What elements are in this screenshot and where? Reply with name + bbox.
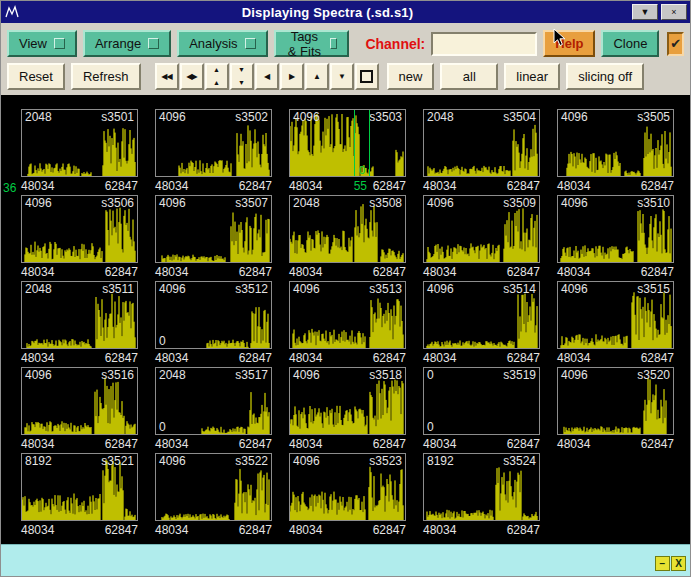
axis-min-label: 48034 <box>423 351 456 365</box>
nav-down-button[interactable]: ▼ <box>330 63 354 90</box>
app-window: Displaying Spectra (.sd.s1) ▼ × View Arr… <box>0 0 691 577</box>
spectrum-name-label: s3519 <box>503 368 536 382</box>
spectrum-plot-s3507[interactable]: 4096s3507 <box>155 195 272 263</box>
iconify-button[interactable]: ▼ <box>632 4 658 20</box>
marker-line[interactable] <box>369 110 370 176</box>
refresh-button[interactable]: Refresh <box>71 63 141 90</box>
analysis-menu-button[interactable]: Analysis <box>177 30 267 57</box>
marker-value-label: 0 <box>359 164 365 176</box>
marker-line[interactable] <box>354 110 355 176</box>
spectrum-size-label: 4096 <box>561 196 588 210</box>
spectrum-plot-s3508[interactable]: 2048s3508 <box>289 195 406 263</box>
spectrum-plot-s3514[interactable]: 4096s3514 <box>423 281 540 349</box>
spectrum-plot-s3520[interactable]: 4096s3520 <box>557 367 674 435</box>
channel-input[interactable] <box>431 32 537 56</box>
spectrum-plot-s3521[interactable]: 8192s3521 <box>21 453 138 521</box>
spectra-grid: 2048s350148034628474096s3502480346284740… <box>21 109 690 539</box>
spectrum-axis-labels: 4803462847 <box>21 263 138 281</box>
axis-min-label: 48034 <box>21 351 54 365</box>
spectrum-size-label: 4096 <box>293 368 320 382</box>
spectrum-size-label: 4096 <box>427 282 454 296</box>
nav-up-button[interactable]: ▲ <box>305 63 329 90</box>
marker-below-label: 55 <box>354 179 367 193</box>
spectrum-axis-labels: 4803462847 <box>289 435 406 453</box>
axis-max-label: 62847 <box>641 351 674 365</box>
spectrum-cell: 4096s35164803462847 <box>21 367 138 453</box>
spectrum-zero-label: 0 <box>159 334 166 348</box>
checkbox[interactable]: ✔ <box>667 32 684 56</box>
slicing-button[interactable]: slicing off <box>566 63 644 90</box>
spectrum-plot-s3506[interactable]: 4096s3506 <box>21 195 138 263</box>
reset-button[interactable]: Reset <box>7 63 65 90</box>
spectrum-name-label: s3524 <box>503 454 536 468</box>
clone-button[interactable]: Clone <box>601 30 659 57</box>
all-button[interactable]: all <box>440 63 498 90</box>
spectrum-size-label: 2048 <box>25 110 52 124</box>
spectrum-plot-s3509[interactable]: 4096s3509 <box>423 195 540 263</box>
nav-page-down-button[interactable]: ▼▼ <box>230 63 254 90</box>
spectrum-plot-s3502[interactable]: 4096s3502 <box>155 109 272 177</box>
help-button[interactable]: Help <box>543 30 595 57</box>
widget-close-button[interactable]: X <box>671 556 686 571</box>
nav-left-button[interactable]: ◀ <box>255 63 279 90</box>
spectrum-plot-s3505[interactable]: 4096s3505 <box>557 109 674 177</box>
spectrum-plot-s3517[interactable]: 2048s35170 <box>155 367 272 435</box>
spectrum-cell: 4096s35224803462847 <box>155 453 272 539</box>
spectrum-plot-s3523[interactable]: 4096s3523 <box>289 453 406 521</box>
tags-fits-menu-button[interactable]: Tags & Fits <box>274 30 350 57</box>
spectrum-size-label: 0 <box>427 368 434 382</box>
spectrum-axis-labels: 4803462847 <box>557 435 674 453</box>
spectrum-axis-labels: 4803462847 <box>289 349 406 367</box>
view-menu-button[interactable]: View <box>7 30 77 57</box>
window-menu-icon[interactable] <box>1 3 23 21</box>
spectrum-plot-s3511[interactable]: 2048s3511 <box>21 281 138 349</box>
spectrum-plot-s3512[interactable]: 4096s35120 <box>155 281 272 349</box>
axis-max-label: 62847 <box>373 523 406 537</box>
nav-skip-first-button[interactable]: ◀◀ <box>155 63 179 90</box>
spectrum-plot-s3501[interactable]: 2048s3501 <box>21 109 138 177</box>
spectrum-size-label: 4096 <box>25 196 52 210</box>
spectrum-plot-s3513[interactable]: 4096s3513 <box>289 281 406 349</box>
spectrum-plot-s3519[interactable]: 0s35190 <box>423 367 540 435</box>
axis-min-label: 48034 <box>289 265 322 279</box>
spectrum-cell: 4096s35094803462847 <box>423 195 540 281</box>
view-menu-label: View <box>19 36 47 51</box>
axis-min-label: 48034 <box>21 523 54 537</box>
spectrum-axis-labels: 4803462847 <box>21 521 138 539</box>
spectrum-plot-s3515[interactable]: 4096s3515 <box>557 281 674 349</box>
spectrum-plot-s3503[interactable]: 4096s35030 <box>289 109 406 177</box>
spectrum-plot-s3516[interactable]: 4096s3516 <box>21 367 138 435</box>
spectrum-cell: 4096s35074803462847 <box>155 195 272 281</box>
spectrum-plot-s3504[interactable]: 2048s3504 <box>423 109 540 177</box>
spectrum-plot-s3510[interactable]: 4096s3510 <box>557 195 674 263</box>
spectrum-plot-s3518[interactable]: 4096s3518 <box>289 367 406 435</box>
spectrum-plot-s3524[interactable]: 8192s3524 <box>423 453 540 521</box>
linear-button[interactable]: linear <box>504 63 560 90</box>
spectrum-axis-labels: 480346284755 <box>289 177 406 195</box>
axis-max-label: 62847 <box>373 351 406 365</box>
axis-min-label: 48034 <box>557 437 590 451</box>
arrange-menu-button[interactable]: Arrange <box>83 30 171 57</box>
nav-expand-button[interactable] <box>355 63 379 90</box>
spectrum-name-label: s3508 <box>369 196 402 210</box>
spectrum-cell: 2048s35084803462847 <box>289 195 406 281</box>
spectrum-cell: 4096s35144803462847 <box>423 281 540 367</box>
close-button[interactable]: × <box>661 4 687 20</box>
spectrum-size-label: 4096 <box>561 282 588 296</box>
nav-right-button[interactable]: ▶ <box>280 63 304 90</box>
new-button[interactable]: new <box>387 63 435 90</box>
spectrum-cell: 4096s35234803462847 <box>289 453 406 539</box>
axis-max-label: 62847 <box>105 351 138 365</box>
titlebar[interactable]: Displaying Spectra (.sd.s1) ▼ × <box>1 1 690 23</box>
spectrum-cell: 2048s35114803462847 <box>21 281 138 367</box>
nav-fit-width-button[interactable]: ◀▶ <box>180 63 204 90</box>
widget-minimize-button[interactable]: − <box>655 556 670 571</box>
nav-page-up-button[interactable]: ▲▲ <box>205 63 229 90</box>
spectrum-axis-labels: 4803462847 <box>155 349 272 367</box>
channel-label: Channel: <box>365 36 425 52</box>
spectrum-cell: 4096s35104803462847 <box>557 195 674 281</box>
spectrum-size-label: 4096 <box>159 454 186 468</box>
axis-max-label: 62847 <box>373 179 406 193</box>
axis-max-label: 62847 <box>105 523 138 537</box>
spectrum-plot-s3522[interactable]: 4096s3522 <box>155 453 272 521</box>
